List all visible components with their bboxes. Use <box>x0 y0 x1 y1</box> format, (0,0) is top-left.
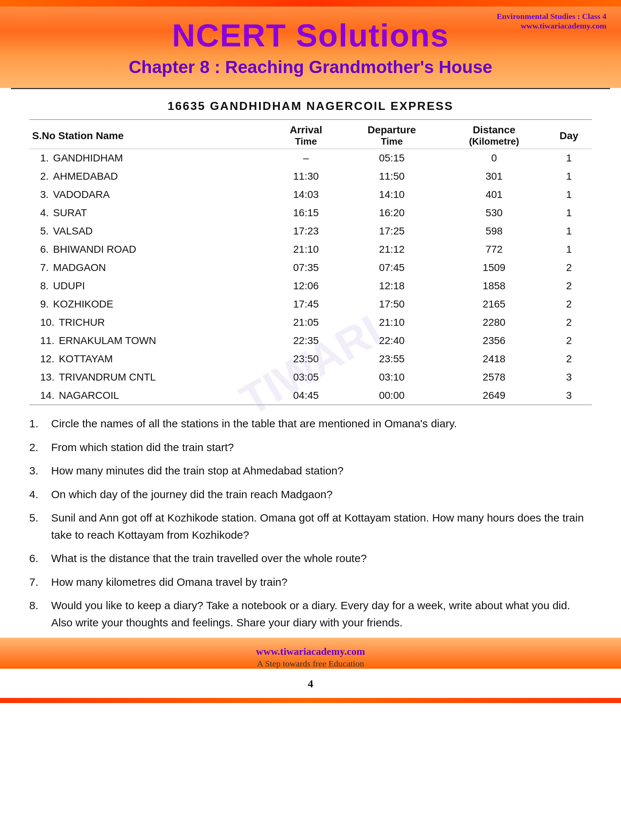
table-row: 2.AHMEDABAD 11:30 11:50 301 1 <box>29 167 592 186</box>
col-arrival: Arrival Time <box>270 120 342 149</box>
cell-arrival: 03:05 <box>270 368 342 386</box>
question-number: 4. <box>29 486 51 503</box>
cell-day: 1 <box>546 167 592 186</box>
top-right-info: Environmental Studies : Class 4 www.tiwa… <box>497 12 606 31</box>
table-row: 4.SURAT 16:15 16:20 530 1 <box>29 204 592 222</box>
cell-distance: 1509 <box>442 259 546 277</box>
chapter-title: Chapter 8 : Reaching Grandmother's House <box>15 57 606 77</box>
question-item: 7. How many kilometres did Omana travel … <box>29 574 592 591</box>
question-number: 7. <box>29 574 51 591</box>
col-distance: Distance (Kilometre) <box>442 120 546 149</box>
cell-day: 2 <box>546 259 592 277</box>
cell-distance: 772 <box>442 240 546 259</box>
cell-arrival: 16:15 <box>270 204 342 222</box>
cell-distance: 2418 <box>442 350 546 368</box>
cell-arrival: – <box>270 149 342 168</box>
questions-section: 1. Circle the names of all the stations … <box>29 415 592 631</box>
cell-departure: 21:12 <box>342 240 442 259</box>
cell-distance: 1858 <box>442 277 546 295</box>
cell-station: 2.AHMEDABAD <box>29 167 270 186</box>
col-sno: S.No Station Name <box>29 120 270 149</box>
cell-day: 3 <box>546 368 592 386</box>
cell-arrival: 07:35 <box>270 259 342 277</box>
cell-distance: 2165 <box>442 295 546 313</box>
cell-distance: 401 <box>442 186 546 204</box>
cell-station: 10.TRICHUR <box>29 313 270 331</box>
cell-day: 2 <box>546 313 592 331</box>
cell-departure: 11:50 <box>342 167 442 186</box>
cell-station: 9.KOZHIKODE <box>29 295 270 313</box>
cell-arrival: 04:45 <box>270 386 342 405</box>
table-row: 14.NAGARCOIL 04:45 00:00 2649 3 <box>29 386 592 405</box>
cell-day: 1 <box>546 186 592 204</box>
cell-day: 3 <box>546 386 592 405</box>
question-text: Would you like to keep a diary? Take a n… <box>51 597 592 631</box>
footer-bottom-bar <box>0 698 621 703</box>
cell-day: 2 <box>546 350 592 368</box>
cell-day: 2 <box>546 295 592 313</box>
question-item: 6. What is the distance that the train t… <box>29 550 592 567</box>
header-area: Environmental Studies : Class 4 www.tiwa… <box>0 6 621 88</box>
cell-station: 4.SURAT <box>29 204 270 222</box>
question-text: Circle the names of all the stations in … <box>51 415 592 433</box>
cell-departure: 07:45 <box>342 259 442 277</box>
content-wrapper: TIWARI 16635 GANDHIDHAM NAGERCOIL EXPRES… <box>11 99 610 631</box>
cell-departure: 23:55 <box>342 350 442 368</box>
cell-arrival: 11:30 <box>270 167 342 186</box>
table-row: 8.UDUPI 12:06 12:18 1858 2 <box>29 277 592 295</box>
question-number: 3. <box>29 462 51 480</box>
subject-label: Environmental Studies : Class 4 <box>497 12 606 21</box>
col-day: Day <box>546 120 592 149</box>
cell-station: 8.UDUPI <box>29 277 270 295</box>
cell-distance: 2578 <box>442 368 546 386</box>
cell-departure: 12:18 <box>342 277 442 295</box>
question-text: What is the distance that the train trav… <box>51 550 592 567</box>
cell-departure: 03:10 <box>342 368 442 386</box>
cell-departure: 14:10 <box>342 186 442 204</box>
footer-area: www.tiwariacademy.com A Step towards fre… <box>0 638 621 669</box>
table-row: 3.VADODARA 14:03 14:10 401 1 <box>29 186 592 204</box>
cell-departure: 21:10 <box>342 313 442 331</box>
table-row: 10.TRICHUR 21:05 21:10 2280 2 <box>29 313 592 331</box>
question-text: How many minutes did the train stop at A… <box>51 462 592 480</box>
table-header-row: S.No Station Name Arrival Time Departure… <box>29 120 592 149</box>
question-item: 3. How many minutes did the train stop a… <box>29 462 592 480</box>
question-number: 8. <box>29 597 51 614</box>
cell-departure: 00:00 <box>342 386 442 405</box>
question-item: 2. From which station did the train star… <box>29 439 592 456</box>
cell-day: 2 <box>546 331 592 350</box>
page-number: 4 <box>11 673 610 695</box>
cell-distance: 0 <box>442 149 546 168</box>
question-item: 4. On which day of the journey did the t… <box>29 486 592 503</box>
cell-station: 12.KOTTAYAM <box>29 350 270 368</box>
cell-arrival: 23:50 <box>270 350 342 368</box>
cell-day: 1 <box>546 240 592 259</box>
cell-arrival: 21:10 <box>270 240 342 259</box>
question-text: How many kilometres did Omana travel by … <box>51 574 592 591</box>
cell-station: 1.GANDHIDHAM <box>29 149 270 168</box>
question-text: Sunil and Ann got off at Kozhikode stati… <box>51 510 592 543</box>
table-row: 6.BHIWANDI ROAD 21:10 21:12 772 1 <box>29 240 592 259</box>
cell-arrival: 17:45 <box>270 295 342 313</box>
header-website: www.tiwariacademy.com <box>497 21 606 31</box>
cell-departure: 17:25 <box>342 222 442 240</box>
table-row: 1.GANDHIDHAM – 05:15 0 1 <box>29 149 592 168</box>
cell-day: 1 <box>546 204 592 222</box>
cell-station: 5.VALSAD <box>29 222 270 240</box>
col-departure: Departure Time <box>342 120 442 149</box>
table-row: 7.MADGAON 07:35 07:45 1509 2 <box>29 259 592 277</box>
train-name: 16635 GANDHIDHAM NAGERCOIL EXPRESS <box>29 99 592 113</box>
footer-website: www.tiwariacademy.com <box>15 646 606 657</box>
header-divider <box>11 88 610 89</box>
cell-station: 13.TRIVANDRUM CNTL <box>29 368 270 386</box>
table-row: 11.ERNAKULAM TOWN 22:35 22:40 2356 2 <box>29 331 592 350</box>
cell-distance: 2356 <box>442 331 546 350</box>
cell-arrival: 17:23 <box>270 222 342 240</box>
table-row: 12.KOTTAYAM 23:50 23:55 2418 2 <box>29 350 592 368</box>
question-text: On which day of the journey did the trai… <box>51 486 592 503</box>
cell-day: 1 <box>546 222 592 240</box>
question-item: 8. Would you like to keep a diary? Take … <box>29 597 592 631</box>
cell-distance: 598 <box>442 222 546 240</box>
cell-departure: 16:20 <box>342 204 442 222</box>
cell-distance: 530 <box>442 204 546 222</box>
